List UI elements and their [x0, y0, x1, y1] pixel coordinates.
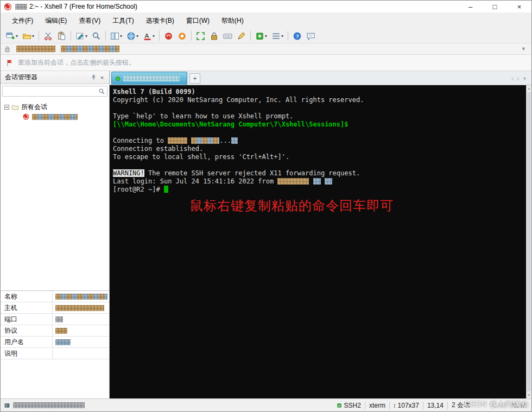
property-value [53, 328, 109, 334]
new-session-button[interactable]: ▾ [4, 30, 20, 42]
address-bar[interactable]: ▼ [1, 43, 531, 55]
tab-layout-button[interactable]: ▾ [108, 30, 124, 42]
property-row: 协议 [1, 325, 109, 337]
terminal-area: Xshell 7 (Build 0099)Copyright (c) 2020 … [110, 85, 531, 398]
font-color-button[interactable]: A▾ [141, 30, 157, 42]
highlight-pen-button[interactable] [235, 30, 248, 42]
help-button[interactable]: ? [290, 30, 304, 42]
new-terminal-icon [255, 31, 264, 41]
menu-item[interactable]: 查看(V) [73, 14, 106, 28]
terminal-line: Type `help' to learn how to use Xshell p… [113, 112, 526, 121]
menu-item[interactable]: 选项卡(B) [140, 14, 180, 28]
info-message: 要添加当前会话，点击左侧的箭头按钮。 [18, 58, 135, 67]
virtual-keyboard-button[interactable] [221, 30, 235, 42]
tab-list-chevron-icon[interactable]: ▼ [522, 76, 527, 81]
scroll-up-icon[interactable]: ▲ [527, 85, 531, 92]
terminal-output[interactable]: Xshell 7 (Build 0099)Copyright (c) 2020 … [110, 85, 526, 398]
virtual-keyboard-icon [223, 31, 232, 41]
toolbar-separator [250, 31, 251, 41]
paste-icon [57, 31, 66, 41]
session-manager-panel: 会话管理器 × 所有会话 [1, 71, 110, 398]
toolbar-separator [71, 31, 71, 41]
session-search-input[interactable] [4, 87, 98, 95]
find-icon [92, 31, 101, 41]
maximize-button[interactable]: □ [483, 1, 507, 12]
sidebar-empty-area [1, 359, 109, 398]
scroll-down-icon[interactable]: ▼ [527, 392, 531, 398]
address-redacted-host [16, 46, 55, 52]
address-dropdown-chevron-icon[interactable]: ▼ [519, 46, 528, 52]
open-session-icon [22, 31, 31, 41]
paste-button[interactable] [55, 30, 68, 42]
lock-screen-button[interactable] [207, 30, 221, 42]
feedback-button[interactable] [304, 30, 318, 42]
terminal-redacted-text [313, 178, 321, 185]
dropdown-caret-icon: ▾ [153, 34, 155, 39]
property-value-redacted [55, 328, 67, 334]
property-value-redacted [55, 305, 104, 311]
terminal-cursor [164, 186, 168, 193]
tab-scroll-right-icon[interactable]: › [517, 75, 519, 83]
session-search-box[interactable] [2, 86, 107, 97]
menu-item[interactable]: 文件(F) [6, 14, 39, 28]
cut-button[interactable] [41, 30, 55, 42]
find-button[interactable] [90, 30, 103, 42]
property-label: 用户名 [1, 337, 53, 347]
terminal-line: Connection established. [113, 145, 526, 153]
status-cursor-position: 13,14 [423, 402, 447, 409]
toolbar-separator [105, 31, 106, 41]
session-icon [22, 113, 30, 121]
arrange-icon [271, 31, 281, 41]
terminal-scrollbar[interactable]: ▲ ▼ [526, 85, 531, 398]
compose-button[interactable]: ▾ [73, 30, 90, 42]
title-redacted-text [15, 4, 27, 10]
lock-screen-icon [210, 31, 219, 41]
open-session-button[interactable]: ▾ [20, 30, 36, 42]
status-terminal-type: xterm [365, 402, 389, 409]
terminal-annotation: 鼠标右键复制粘贴的命令回车即可 [190, 197, 394, 214]
property-value-redacted [55, 294, 107, 300]
folder-icon [11, 103, 19, 111]
highlight-pen-icon [237, 31, 246, 41]
menu-item[interactable]: 窗口(W) [180, 14, 216, 28]
address-redacted-path [61, 46, 119, 52]
lock-icon [4, 46, 11, 53]
pin-panel-icon[interactable] [89, 73, 98, 82]
new-terminal-button[interactable]: ▾ [253, 30, 269, 42]
title-bar[interactable]: 2:~ - Xshell 7 (Free for Home/School) – … [1, 1, 531, 12]
add-session-arrow-button[interactable] [5, 58, 15, 68]
property-value [53, 294, 109, 300]
tree-session-item[interactable] [1, 112, 109, 122]
fullscreen-button[interactable] [194, 30, 207, 42]
terminal-line: Connecting to ... [113, 137, 526, 145]
property-label: 协议 [1, 325, 53, 336]
menu-item[interactable]: 帮助(H) [216, 14, 250, 28]
dropdown-caret-icon: ▾ [32, 34, 34, 39]
panel-title: 会话管理器 [5, 73, 89, 82]
dropdown-caret-icon: ▾ [281, 34, 283, 39]
dropdown-caret-icon: ▾ [136, 34, 138, 39]
arrange-button[interactable]: ▾ [269, 30, 286, 42]
xftp-button[interactable] [175, 30, 189, 42]
session-manager-header: 会话管理器 × [1, 71, 109, 84]
cursor-beam-icon: I [394, 402, 396, 409]
menu-item[interactable]: 工具(T) [106, 14, 140, 28]
new-transfer-button[interactable]: ▾ [124, 30, 141, 42]
session-tree: 所有会话 [1, 98, 109, 290]
tree-collapse-icon[interactable] [4, 105, 9, 110]
terminal-line: Copyright (c) 2020 NetSarang Computer, I… [113, 96, 526, 104]
xagent-button[interactable] [162, 30, 175, 42]
terminal-redacted-text [191, 137, 219, 144]
session-tab[interactable] [111, 72, 187, 85]
close-panel-button[interactable]: × [98, 73, 106, 82]
tree-root-all-sessions[interactable]: 所有会话 [1, 102, 109, 112]
scrollbar-thumb[interactable] [527, 92, 531, 391]
close-button[interactable]: × [507, 1, 531, 12]
minimize-button[interactable]: – [458, 1, 483, 12]
tab-scroll-left-icon[interactable]: ‹ [511, 75, 514, 83]
terminal-line: WARNING! The remote SSH server rejected … [113, 169, 526, 178]
new-tab-button[interactable]: + [189, 73, 200, 84]
property-row: 端口 [1, 314, 109, 325]
menu-item[interactable]: 编辑(E) [39, 14, 73, 28]
connected-status-icon [116, 77, 120, 81]
